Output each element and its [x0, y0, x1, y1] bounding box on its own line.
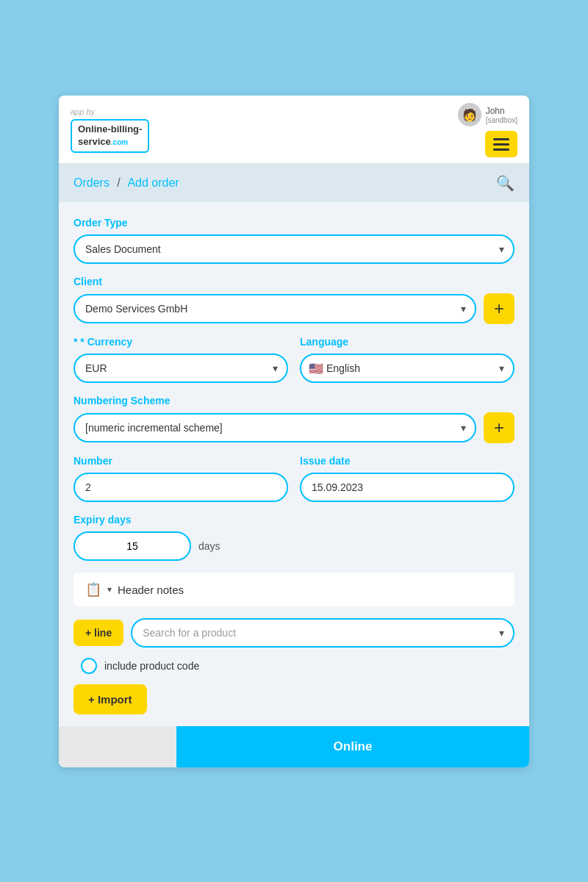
user-name: John — [486, 106, 517, 116]
client-label: Client — [74, 276, 514, 287]
search-button[interactable]: 🔍 — [496, 174, 514, 192]
language-select[interactable]: English — [300, 354, 514, 383]
issue-date-label: Issue date — [300, 455, 514, 467]
bottom-left-bar — [59, 726, 176, 767]
product-search-wrapper: Search for a product ▾ — [131, 618, 514, 648]
menu-bar-1 — [493, 138, 509, 140]
add-line-button[interactable]: + line — [74, 620, 123, 646]
menu-button[interactable] — [485, 131, 517, 157]
include-product-code-radio[interactable] — [81, 658, 97, 674]
notes-icon: 📋 — [85, 581, 101, 598]
language-field: Language 🇺🇸 English ▾ — [300, 336, 514, 383]
number-issuedate-row: Number Issue date — [74, 455, 514, 502]
issue-date-field: Issue date — [300, 455, 514, 502]
line-section: + line Search for a product ▾ include pr… — [59, 618, 529, 726]
number-input[interactable] — [74, 473, 288, 502]
breadcrumb: Orders / Add order — [74, 176, 179, 190]
client-row: Demo Services GmbH ▾ + — [74, 293, 514, 324]
days-unit: days — [198, 540, 220, 552]
import-label: + Import — [88, 693, 132, 706]
currency-select-wrapper: EUR ▾ — [74, 354, 288, 383]
logo-text-line2: service.com — [78, 136, 128, 147]
header-notes-section[interactable]: 📋 ▾ Header notes — [74, 573, 514, 606]
expiry-row: days — [74, 531, 514, 561]
expiry-label: Expiry days — [74, 514, 514, 526]
numbering-row: [numeric incremental scheme] ▾ + — [74, 412, 514, 443]
logo-section: app by Online-billing- service.com — [71, 107, 149, 153]
breadcrumb-current: Add order — [127, 176, 179, 189]
breadcrumb-bar: Orders / Add order 🔍 — [59, 164, 529, 202]
numbering-select[interactable]: [numeric incremental scheme] — [74, 413, 476, 442]
logo-text-line1: Online-billing- — [78, 123, 142, 135]
breadcrumb-sep: / — [117, 176, 120, 189]
notes-chevron-icon: ▾ — [107, 584, 112, 595]
bottom-section: Online — [59, 726, 529, 767]
header-notes-label: Header notes — [118, 584, 184, 596]
menu-bar-3 — [493, 148, 509, 151]
number-field: Number — [74, 455, 288, 502]
currency-label: * Currency — [74, 336, 288, 348]
include-product-code-label: include product code — [104, 660, 199, 672]
add-numbering-button[interactable]: + — [484, 412, 514, 443]
currency-select[interactable]: EUR — [74, 354, 288, 383]
add-line-label: + line — [85, 627, 112, 639]
number-label: Number — [74, 455, 288, 467]
order-form: Order Type Sales Document ▾ Client Demo … — [59, 202, 529, 606]
user-details: John [sandbox] — [486, 106, 517, 124]
avatar: 🧑 — [458, 103, 481, 126]
order-type-select[interactable]: Sales Document — [74, 234, 514, 264]
product-search-select[interactable]: Search for a product — [131, 618, 514, 648]
user-info: 🧑 John [sandbox] — [458, 103, 517, 126]
currency-field: * Currency EUR ▾ — [74, 336, 288, 383]
app-header: app by Online-billing- service.com 🧑 Joh… — [59, 96, 529, 164]
currency-language-row: * Currency EUR ▾ Language 🇺🇸 English — [74, 336, 514, 383]
app-by-label: app by — [71, 107, 149, 116]
header-right: 🧑 John [sandbox] — [458, 103, 517, 157]
include-product-code-row: include product code — [74, 658, 514, 674]
client-select[interactable]: Demo Services GmbH — [74, 294, 476, 323]
online-label: Online — [334, 739, 373, 754]
add-client-button[interactable]: + — [484, 293, 514, 324]
logo: Online-billing- service.com — [71, 119, 149, 153]
issue-date-input[interactable] — [300, 473, 514, 502]
expiry-input[interactable] — [74, 531, 191, 561]
order-type-field: Sales Document ▾ — [74, 234, 514, 264]
breadcrumb-orders[interactable]: Orders — [74, 176, 110, 189]
add-line-row: + line Search for a product ▾ — [74, 618, 514, 648]
numbering-label: Numbering Scheme — [74, 395, 514, 406]
import-button[interactable]: + Import — [74, 684, 147, 714]
user-tag: [sandbox] — [486, 116, 517, 124]
online-tab[interactable]: Online — [176, 726, 529, 767]
client-select-wrapper: Demo Services GmbH ▾ — [74, 294, 476, 323]
language-label: Language — [300, 336, 514, 348]
language-select-wrapper: 🇺🇸 English ▾ — [300, 354, 514, 383]
order-type-label: Order Type — [74, 217, 514, 229]
menu-bar-2 — [493, 143, 509, 146]
numbering-select-wrapper: [numeric incremental scheme] ▾ — [74, 413, 476, 442]
